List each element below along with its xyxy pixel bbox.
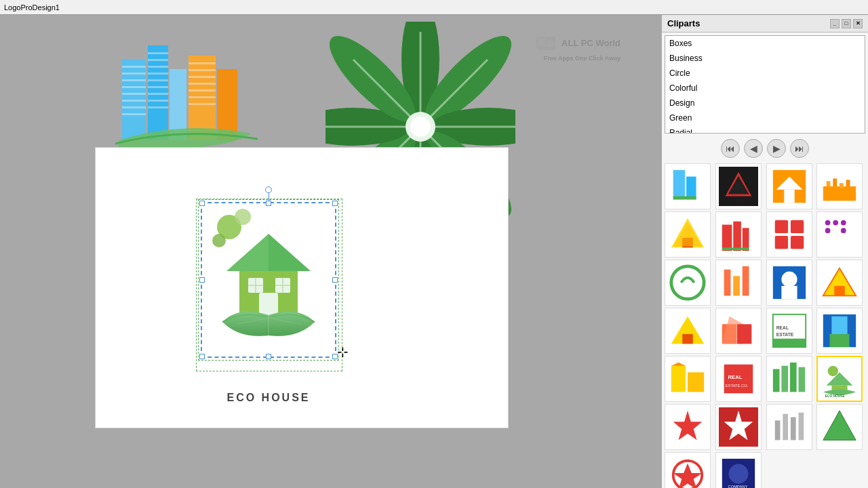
category-circle[interactable]: Circle bbox=[665, 66, 865, 81]
handle-top-left[interactable] bbox=[199, 201, 205, 206]
svg-rect-89 bbox=[841, 220, 846, 226]
svg-rect-82 bbox=[722, 247, 749, 250]
panel-minimize-icon[interactable]: _ bbox=[830, 19, 840, 28]
thumb-26[interactable]: COMPANY bbox=[715, 452, 762, 488]
svg-rect-12 bbox=[122, 106, 146, 108]
nav-next-button[interactable]: ▶ bbox=[767, 139, 786, 158]
svg-point-49 bbox=[410, 117, 431, 137]
thumb-17[interactable] bbox=[665, 356, 711, 402]
svg-rect-132 bbox=[790, 418, 795, 441]
svg-rect-65 bbox=[673, 197, 696, 200]
thumbnails-grid: REALESTATE REALESTATE CO. bbox=[662, 161, 868, 488]
thumb-4[interactable] bbox=[816, 163, 863, 209]
svg-point-124 bbox=[828, 366, 838, 376]
svg-rect-115 bbox=[688, 372, 704, 392]
svg-rect-8 bbox=[122, 79, 146, 81]
thumb-7[interactable] bbox=[766, 211, 812, 258]
thumb-1[interactable] bbox=[665, 163, 711, 209]
category-business[interactable]: Business bbox=[665, 51, 865, 66]
svg-rect-121 bbox=[781, 366, 788, 392]
svg-marker-116 bbox=[671, 363, 686, 366]
nav-prev-button[interactable]: ◀ bbox=[744, 139, 763, 158]
svg-marker-129 bbox=[724, 411, 753, 441]
thumb-19[interactable] bbox=[766, 356, 812, 402]
thumb-20-eco[interactable]: ECO HOUSE bbox=[816, 356, 863, 402]
svg-point-139 bbox=[728, 464, 748, 484]
title-text: LogoProDesign1 bbox=[4, 3, 60, 12]
svg-rect-110 bbox=[772, 339, 805, 348]
thumb-15[interactable]: REALESTATE bbox=[766, 308, 812, 354]
thumb-3[interactable] bbox=[766, 163, 812, 209]
svg-marker-58 bbox=[269, 234, 311, 271]
thumb-8[interactable] bbox=[816, 211, 863, 258]
thumb-10[interactable] bbox=[715, 260, 762, 306]
svg-point-92 bbox=[671, 266, 704, 299]
svg-marker-134 bbox=[823, 411, 856, 441]
svg-rect-93 bbox=[724, 270, 730, 296]
eco-house-selected-container[interactable]: ⊹ bbox=[201, 202, 336, 358]
svg-rect-10 bbox=[122, 93, 146, 95]
thumb-5[interactable] bbox=[665, 211, 711, 258]
svg-point-97 bbox=[781, 272, 797, 287]
svg-rect-16 bbox=[148, 66, 168, 68]
svg-rect-120 bbox=[772, 369, 779, 392]
svg-rect-26 bbox=[189, 69, 216, 71]
thumb-2[interactable] bbox=[715, 163, 762, 209]
category-radial[interactable]: Radial bbox=[665, 125, 865, 134]
thumb-22[interactable] bbox=[715, 404, 762, 450]
panel-close-icon[interactable]: ✕ bbox=[853, 19, 863, 28]
svg-text:COMPANY: COMPANY bbox=[728, 485, 747, 488]
panel-restore-icon[interactable]: □ bbox=[842, 19, 851, 28]
title-bar: LogoProDesign1 bbox=[0, 0, 868, 15]
thumb-24[interactable] bbox=[816, 404, 863, 450]
svg-marker-78 bbox=[673, 222, 703, 247]
svg-rect-7 bbox=[122, 73, 146, 75]
thumb-18[interactable]: REALESTATE CO. bbox=[715, 356, 762, 402]
svg-rect-70 bbox=[784, 190, 794, 203]
svg-text:ESTATE CO.: ESTATE CO. bbox=[725, 384, 748, 388]
watermark-brand: ALL PC World bbox=[561, 38, 620, 48]
svg-rect-83 bbox=[774, 220, 787, 233]
thumb-12[interactable] bbox=[816, 260, 863, 306]
handle-middle-right[interactable] bbox=[332, 277, 338, 283]
nav-first-button[interactable]: ⏮ bbox=[721, 139, 740, 158]
panel-title: Cliparts bbox=[667, 18, 700, 28]
svg-rect-80 bbox=[733, 222, 741, 251]
svg-rect-131 bbox=[783, 414, 788, 441]
handle-middle-left[interactable] bbox=[199, 277, 205, 283]
eco-house-label-container: ECO HOUSE bbox=[201, 392, 336, 404]
svg-text:REAL: REAL bbox=[776, 325, 788, 330]
thumb-9[interactable] bbox=[665, 260, 711, 306]
thumb-16[interactable] bbox=[816, 308, 863, 354]
thumb-21[interactable] bbox=[665, 404, 711, 450]
svg-rect-19 bbox=[148, 86, 168, 88]
watermark-sub: Free Apps One Click Away bbox=[544, 55, 620, 62]
svg-rect-64 bbox=[686, 177, 696, 200]
handle-bottom-middle[interactable] bbox=[266, 354, 271, 359]
handle-top-right[interactable] bbox=[332, 201, 338, 206]
category-list[interactable]: Boxes Business Circle Colorful Design Gr… bbox=[665, 35, 865, 134]
rotation-handle[interactable] bbox=[265, 186, 272, 193]
thumb-13[interactable] bbox=[665, 308, 711, 354]
handle-bottom-left[interactable] bbox=[199, 354, 205, 359]
svg-rect-122 bbox=[789, 363, 796, 392]
thumb-14[interactable] bbox=[715, 308, 762, 354]
svg-rect-133 bbox=[798, 413, 804, 441]
category-green[interactable]: Green bbox=[665, 110, 865, 125]
svg-rect-63 bbox=[673, 170, 685, 200]
category-design[interactable]: Design bbox=[665, 96, 865, 110]
svg-rect-21 bbox=[148, 100, 168, 102]
svg-rect-98 bbox=[781, 286, 797, 299]
svg-rect-13 bbox=[122, 113, 146, 115]
thumb-11[interactable] bbox=[766, 260, 812, 306]
handle-top-middle[interactable] bbox=[266, 201, 271, 206]
svg-rect-74 bbox=[840, 183, 844, 188]
thumb-23[interactable] bbox=[766, 404, 812, 450]
svg-rect-103 bbox=[682, 334, 692, 344]
nav-last-button[interactable]: ⏭ bbox=[790, 139, 809, 158]
category-boxes[interactable]: Boxes bbox=[665, 36, 865, 51]
category-colorful[interactable]: Colorful bbox=[665, 81, 865, 96]
thumb-25[interactable] bbox=[665, 452, 711, 488]
thumb-6[interactable] bbox=[715, 211, 762, 258]
svg-rect-9 bbox=[122, 86, 146, 88]
